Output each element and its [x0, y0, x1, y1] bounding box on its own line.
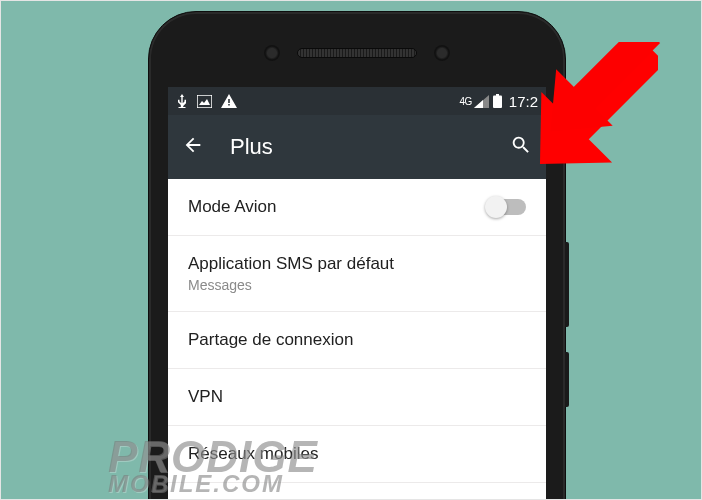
row-airplane-mode[interactable]: Mode Avion	[168, 179, 546, 236]
battery-icon	[493, 94, 502, 108]
watermark: PRODIGE MOBILE.COM	[108, 438, 318, 494]
clock: 17:2	[509, 93, 538, 110]
phone-camera	[434, 45, 450, 61]
phone-sensor	[264, 45, 280, 61]
search-button[interactable]	[510, 134, 532, 160]
usb-icon	[176, 94, 188, 108]
row-label: Partage de connexion	[188, 330, 526, 350]
row-vpn[interactable]: VPN	[168, 369, 546, 426]
phone-frame: 4G 17:2 Plus Mode Avion	[148, 11, 566, 500]
row-label: Mode Avion	[188, 197, 486, 217]
phone-side-button-2	[565, 352, 569, 407]
network-type: 4G	[459, 96, 471, 107]
row-tethering[interactable]: Partage de connexion	[168, 312, 546, 369]
svg-rect-0	[197, 95, 212, 108]
row-label: VPN	[188, 387, 526, 407]
svg-rect-6	[572, 42, 660, 110]
status-bar: 4G 17:2	[168, 87, 546, 115]
page-title: Plus	[230, 134, 273, 160]
svg-rect-1	[493, 96, 502, 109]
svg-rect-2	[496, 94, 499, 96]
row-default-sms-app[interactable]: Application SMS par défaut Messages	[168, 236, 546, 312]
signal-icon	[474, 95, 489, 108]
phone-side-button	[565, 242, 569, 327]
phone-earpiece	[297, 48, 417, 58]
row-label: Application SMS par défaut	[188, 254, 526, 274]
toggle-knob	[485, 196, 507, 218]
image-icon	[197, 95, 212, 108]
warning-icon	[221, 94, 237, 108]
airplane-toggle[interactable]	[486, 199, 526, 215]
row-value: Messages	[188, 277, 526, 293]
back-button[interactable]	[182, 134, 204, 160]
svg-rect-4	[563, 46, 658, 141]
app-bar: Plus	[168, 115, 546, 179]
